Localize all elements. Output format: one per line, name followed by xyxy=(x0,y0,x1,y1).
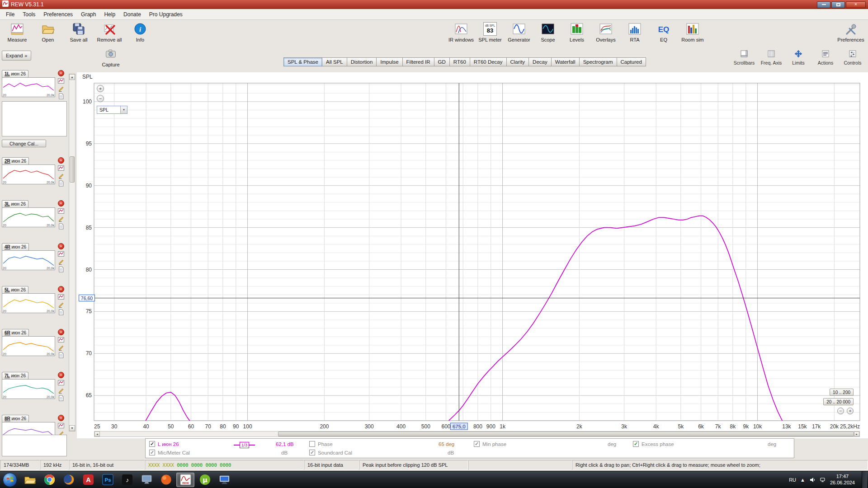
edit-trace-icon[interactable] xyxy=(58,216,64,222)
freq-zoom-in-button[interactable]: + xyxy=(847,408,854,414)
scope-button[interactable]: Scope xyxy=(534,22,561,42)
measurement-tab[interactable]: 8R июн 26 xyxy=(2,415,29,422)
measurement-thumbnail[interactable]: 2020,0k xyxy=(2,77,55,97)
tab-clarity[interactable]: Clarity xyxy=(507,57,529,66)
capture-button[interactable]: Capture xyxy=(96,48,126,67)
tab-distortion[interactable]: Distortion xyxy=(347,57,377,66)
change-cal-button[interactable]: Change Cal... xyxy=(2,140,46,147)
tab-rt60[interactable]: RT60 xyxy=(450,57,470,66)
measurement-thumbnail[interactable]: 2020,0k xyxy=(2,293,55,313)
limits-button[interactable]: Limits xyxy=(786,50,811,66)
scroll-down-arrow[interactable]: ▼ xyxy=(69,425,75,431)
close-measurement-button[interactable]: × xyxy=(58,415,64,421)
distortion-icon[interactable] xyxy=(58,380,64,386)
spl-chart[interactable]: SPL6570758085909510025304050607080901002… xyxy=(77,72,868,438)
notes-icon[interactable] xyxy=(58,180,64,187)
chrome-taskbar-icon[interactable] xyxy=(40,473,58,487)
phase-checkbox[interactable] xyxy=(309,441,315,447)
info-button[interactable]: iInfo xyxy=(127,22,154,42)
measure-button[interactable]: Measure xyxy=(4,22,31,42)
scroll-up-arrow[interactable]: ▲ xyxy=(69,74,75,80)
expand-sidebar-button[interactable]: Expand » xyxy=(2,51,31,61)
notes-icon[interactable] xyxy=(58,223,64,230)
measurement-tab[interactable]: 2R июн 26 xyxy=(2,157,29,164)
minimize-button[interactable] xyxy=(817,1,830,8)
measurement-tab[interactable]: 3L июн 26 xyxy=(2,200,28,207)
tab-captured[interactable]: Captured xyxy=(617,57,646,66)
scrollbars-button[interactable]: Scrollbars xyxy=(731,50,757,66)
distortion-icon[interactable] xyxy=(58,165,64,171)
close-measurement-button[interactable]: × xyxy=(58,329,64,335)
trace-checkbox[interactable]: ✓ xyxy=(149,441,155,447)
menu-tools[interactable]: Tools xyxy=(19,9,39,20)
language-indicator[interactable]: RU xyxy=(789,477,796,483)
close-measurement-button[interactable]: × xyxy=(58,372,64,378)
menu-graph[interactable]: Graph xyxy=(77,9,100,20)
distortion-icon[interactable] xyxy=(58,78,64,84)
tab-all-spl[interactable]: All SPL xyxy=(322,57,347,66)
distortion-icon[interactable] xyxy=(58,337,64,343)
tab-spectrogram[interactable]: Spectrogram xyxy=(580,57,617,66)
eq-button[interactable]: EQEQ xyxy=(650,22,677,42)
room-sim-button[interactable]: Room sim xyxy=(679,22,706,42)
start-button[interactable] xyxy=(3,473,17,487)
preferences-button[interactable]: Preferences xyxy=(837,22,864,42)
edit-trace-icon[interactable] xyxy=(58,344,64,351)
measurement-thumbnail[interactable]: 2020,0k xyxy=(2,379,55,399)
monitor-taskbar-icon[interactable] xyxy=(137,473,156,487)
firefox-taskbar-icon[interactable] xyxy=(60,473,78,487)
close-measurement-button[interactable]: × xyxy=(58,70,64,76)
measurement-thumbnail[interactable]: 2020,0k xyxy=(2,164,55,184)
close-measurement-button[interactable]: × xyxy=(58,286,64,292)
measurement-tab[interactable]: 7L июн 26 xyxy=(2,372,28,379)
scroll-right-arrow[interactable]: ► xyxy=(854,432,859,436)
rta-button[interactable]: RTA xyxy=(621,22,648,42)
freq-axis-button[interactable]: Freq. Axis xyxy=(759,50,784,66)
aimp-taskbar-icon[interactable]: A xyxy=(79,473,97,487)
edit-trace-icon[interactable] xyxy=(58,301,64,308)
measurement-tab[interactable]: 5L июн 26 xyxy=(2,286,28,293)
levels-button[interactable]: Levels xyxy=(563,22,590,42)
smoothing-indicator[interactable]: 1/3 xyxy=(234,442,255,448)
ir-windows-button[interactable]: IR windows xyxy=(448,22,475,42)
distortion-icon[interactable] xyxy=(58,422,64,429)
distortion-icon[interactable] xyxy=(58,208,64,214)
menu-file[interactable]: File xyxy=(2,9,19,20)
tab-filtered-ir[interactable]: Filtered IR xyxy=(403,57,434,66)
measurement-tab[interactable]: 1L июн 26 xyxy=(2,70,28,77)
show-desktop-button[interactable] xyxy=(862,471,867,488)
tab-gd[interactable]: GD xyxy=(434,57,450,66)
overlays-button[interactable]: Overlays xyxy=(592,22,619,42)
photoshop-taskbar-icon[interactable]: Ps xyxy=(99,473,117,487)
graph-scrollbar-thumb[interactable] xyxy=(278,432,854,436)
actions-button[interactable]: Actions xyxy=(813,50,838,66)
notes-icon[interactable] xyxy=(58,352,64,358)
edit-trace-icon[interactable] xyxy=(58,85,64,92)
edit-trace-icon[interactable] xyxy=(58,387,64,394)
tab-rt60-decay[interactable]: RT60 Decay xyxy=(470,57,507,66)
sidebar-scrollbar-thumb[interactable] xyxy=(70,156,75,183)
range-10-200-button[interactable]: 10 .. 200 xyxy=(830,389,854,396)
measurement-thumbnail[interactable]: 2020,0k xyxy=(2,336,55,356)
excess-phase-checkbox[interactable]: ✓ xyxy=(633,441,639,447)
distortion-icon[interactable] xyxy=(58,294,64,300)
explorer-taskbar-icon[interactable] xyxy=(21,473,39,487)
notes-icon[interactable] xyxy=(58,395,64,401)
hidden-icons-arrow[interactable]: ▲ xyxy=(800,477,805,483)
open-button[interactable]: Open xyxy=(34,22,61,42)
notes-icon[interactable] xyxy=(58,93,64,99)
menu-help[interactable]: Help xyxy=(100,9,119,20)
close-measurement-button[interactable]: × xyxy=(58,157,64,164)
close-measurement-button[interactable]: × xyxy=(58,243,64,249)
controls-button[interactable]: Controls xyxy=(840,50,865,66)
spl-meter-button[interactable]: dB SPL83SPL meter xyxy=(476,22,504,42)
soundcard-cal-checkbox[interactable]: ✓ xyxy=(309,450,315,455)
save-all-button[interactable]: Save all xyxy=(65,22,92,42)
menu-donate[interactable]: Donate xyxy=(119,9,145,20)
remove-all-button[interactable]: Remove all xyxy=(96,22,123,42)
measurement-thumbnail[interactable]: 2020,0k xyxy=(2,250,55,270)
close-button[interactable]: × xyxy=(846,1,866,8)
media-player-taskbar-icon[interactable]: ♪ xyxy=(118,473,136,487)
graph-zoom-in-button[interactable]: + xyxy=(97,85,104,92)
utorrent-taskbar-icon[interactable]: µ xyxy=(196,473,214,487)
